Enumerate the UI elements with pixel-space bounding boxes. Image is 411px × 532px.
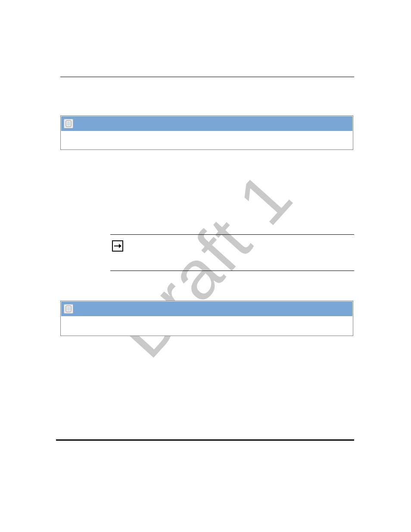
divider-mid-1 [110,234,354,235]
note-callout-2-body [61,317,353,335]
note-icon [64,304,73,314]
divider-bottom [56,439,354,441]
divider-mid-2 [110,271,354,271]
note-callout-2 [60,301,353,336]
divider-top [60,77,354,77]
arrow-right-icon [112,240,123,252]
note-callout-1-body [61,131,353,149]
note-callout-2-header [61,301,353,317]
note-callout-1-header [61,116,353,131]
note-icon [64,119,73,128]
svg-marker-5 [119,244,121,248]
note-callout-1 [60,115,353,150]
